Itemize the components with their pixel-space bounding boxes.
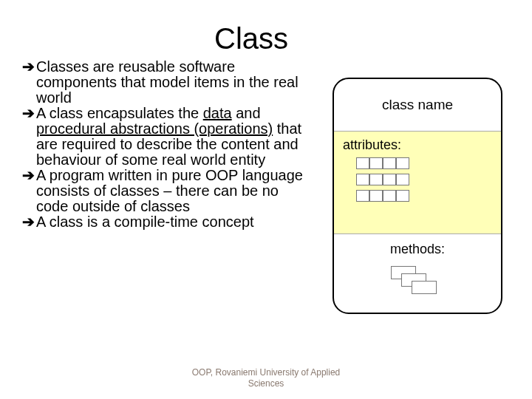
attribute-row bbox=[356, 174, 492, 185]
arrow-icon: ➔ bbox=[22, 106, 35, 168]
list-item: ➔ A class is a compile-time concept bbox=[22, 214, 303, 230]
bullet-list: ➔ Classes are reusable software componen… bbox=[22, 59, 303, 230]
attribute-row bbox=[356, 190, 492, 202]
bullet-text-3: A class is a compile-time concept bbox=[36, 214, 254, 230]
footer-line-2: Sciences bbox=[0, 378, 532, 389]
arrow-icon: ➔ bbox=[22, 214, 35, 230]
attr-cell bbox=[356, 174, 369, 185]
attr-cell bbox=[356, 157, 369, 169]
attribute-row bbox=[356, 157, 492, 169]
diagram-classname-label: class name bbox=[382, 97, 453, 113]
attr-cell bbox=[396, 190, 409, 202]
bullet-text-2: A program written in pure OOP language c… bbox=[36, 168, 303, 214]
class-diagram: class name attributes: methods: bbox=[332, 78, 502, 314]
slide: Class ➔ Classes are reusable software co… bbox=[0, 0, 532, 399]
page-title: Class bbox=[214, 22, 288, 55]
footer: OOP, Rovaniemi University of Applied Sci… bbox=[0, 367, 532, 389]
diagram-methods-section: methods: bbox=[334, 234, 501, 314]
attr-cell bbox=[396, 174, 409, 185]
arrow-icon: ➔ bbox=[22, 168, 35, 214]
diagram-attributes-label: attributes: bbox=[343, 137, 401, 152]
method-box bbox=[412, 281, 437, 294]
list-item: ➔ Classes are reusable software componen… bbox=[22, 59, 303, 106]
list-item: ➔ A program written in pure OOP language… bbox=[22, 168, 303, 214]
attr-cell bbox=[356, 190, 369, 202]
attr-cell bbox=[383, 174, 396, 185]
attr-cell bbox=[369, 190, 383, 202]
bullet-text-0: Classes are reusable software components… bbox=[36, 59, 303, 106]
diagram-methods-label: methods: bbox=[390, 242, 445, 256]
bullet-text-1: A class encapsulates the data and proced… bbox=[36, 106, 303, 168]
attr-cell bbox=[383, 190, 396, 202]
attr-cell bbox=[383, 157, 396, 169]
attr-cell bbox=[396, 157, 409, 169]
attr-cell bbox=[369, 174, 383, 185]
attr-cell bbox=[369, 157, 383, 169]
list-item: ➔ A class encapsulates the data and proc… bbox=[22, 106, 303, 168]
footer-line-1: OOP, Rovaniemi University of Applied bbox=[0, 367, 532, 378]
method-stack bbox=[388, 263, 447, 300]
arrow-icon: ➔ bbox=[22, 59, 35, 106]
diagram-attributes-section: attributes: bbox=[334, 131, 501, 234]
diagram-classname-section: class name bbox=[334, 79, 501, 131]
